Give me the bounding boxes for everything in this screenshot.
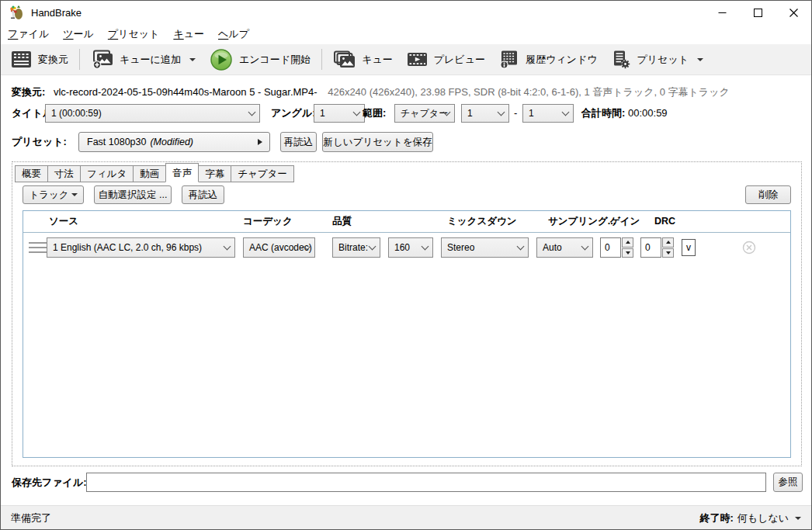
audio-track-list: ソース コーデック 品質 ミックスダウン サンプリング... ゲイン DRC 1… <box>23 210 791 458</box>
open-source-button[interactable]: 変換元 <box>4 48 75 71</box>
range-type-select[interactable]: チャプター <box>394 104 455 123</box>
toolbar-separator <box>321 49 322 70</box>
main-tab-panel: 概要 寸法 フィルタ 動画 音声 字幕 チャプター トラック 自動選択設定 ..… <box>12 161 802 466</box>
track-quality-mode-select[interactable]: Bitrate: <box>332 237 380 258</box>
preset-label: プリセット: <box>12 133 67 151</box>
preset-reload-button[interactable]: 再読込 <box>280 132 317 152</box>
add-to-queue-label: キューに追加 <box>120 53 181 67</box>
spinner-up-icon <box>626 241 630 244</box>
delete-track-button[interactable]: 削除 <box>745 185 791 204</box>
tab-video[interactable]: 動画 <box>133 165 166 182</box>
chevron-down-icon <box>697 58 703 61</box>
track-mixdown-select[interactable]: Stereo <box>441 237 529 258</box>
drc-up-button[interactable] <box>662 237 674 248</box>
chevron-down-icon <box>369 243 377 251</box>
chevron-down-icon <box>498 109 505 116</box>
status-bar: 準備完了 終了時: 何もしない <box>1 505 811 530</box>
drc-stepper: 0 <box>640 237 674 258</box>
add-to-queue-icon <box>91 50 113 69</box>
chevron-down-icon <box>248 109 256 116</box>
preview-button[interactable]: プレビュー <box>400 48 492 71</box>
menu-help[interactable]: ヘルプ <box>211 27 256 41</box>
activity-log-label: 履歴ウィンドウ <box>526 53 598 67</box>
open-source-icon <box>11 50 32 68</box>
preset-name: Fast 1080p30 <box>87 137 146 147</box>
range-start-select[interactable]: 1 <box>461 104 509 123</box>
chevron-down-icon <box>224 243 231 251</box>
add-to-queue-button[interactable]: キューに追加 <box>84 47 203 71</box>
column-codec: コーデック <box>243 211 293 232</box>
gain-value[interactable]: 0 <box>600 237 621 258</box>
tab-filters[interactable]: フィルタ <box>80 165 134 182</box>
title-select[interactable]: 1 (00:00:59) <box>45 104 260 123</box>
audio-track-row: 1 English (AAC LC, 2.0 ch, 96 kbps) AAC … <box>23 233 790 264</box>
destination-label: 保存先ファイル: <box>12 473 87 492</box>
maximize-button[interactable] <box>740 1 776 24</box>
track-menu-button[interactable]: トラック <box>23 185 84 204</box>
maximize-icon <box>754 9 762 17</box>
queue-button[interactable]: キュー <box>326 48 400 71</box>
column-samplerate: サンプリング... <box>548 211 616 232</box>
minimize-button[interactable] <box>704 1 740 24</box>
menu-presets[interactable]: プリセット <box>101 27 167 41</box>
range-label: 範囲: <box>363 104 386 123</box>
chevron-right-icon <box>258 139 262 145</box>
queue-icon <box>333 50 356 69</box>
browse-button[interactable]: 参照 <box>773 473 803 492</box>
preset-dropdown[interactable]: Fast 1080p30 (Modified) <box>78 132 270 152</box>
tab-dimensions[interactable]: 寸法 <box>47 165 81 182</box>
open-source-label: 変換元 <box>38 53 68 67</box>
chevron-down-icon <box>71 193 78 196</box>
track-codec-select[interactable]: AAC (avcodec) <box>243 237 315 258</box>
tab-subtitles[interactable]: 字幕 <box>198 165 231 182</box>
gain-up-button[interactable] <box>622 237 633 248</box>
tab-audio[interactable]: 音声 <box>165 163 199 182</box>
chevron-down-icon <box>189 58 196 61</box>
start-encode-play-icon <box>210 48 233 71</box>
tab-strip: 概要 寸法 フィルタ 動画 音声 字幕 チャプター <box>15 163 294 182</box>
tab-chapters[interactable]: チャプター <box>231 165 294 182</box>
track-bitrate-select[interactable]: 160 <box>388 237 433 258</box>
when-done-label: 終了時: <box>699 511 733 525</box>
chevron-down-icon <box>517 243 525 251</box>
start-encode-label: エンコード開始 <box>239 53 311 67</box>
drc-value[interactable]: 0 <box>640 237 661 258</box>
minimize-icon <box>718 9 727 17</box>
tab-summary[interactable]: 概要 <box>15 165 48 182</box>
queue-label: キュー <box>362 53 393 67</box>
menu-tools[interactable]: ツール <box>56 27 101 41</box>
audio-reload-button[interactable]: 再読込 <box>182 185 224 204</box>
remove-track-icon[interactable] <box>742 241 756 255</box>
activity-log-icon <box>499 50 519 69</box>
chevron-down-icon <box>353 109 361 116</box>
window-title: HandBrake <box>31 7 82 19</box>
track-samplerate-select[interactable]: Auto <box>536 237 593 258</box>
spinner-down-icon <box>626 251 630 255</box>
gain-down-button[interactable] <box>622 248 633 258</box>
destination-input[interactable] <box>86 473 766 492</box>
track-source-select[interactable]: 1 English (AAC LC, 2.0 ch, 96 kbps) <box>47 237 235 258</box>
when-done-control[interactable]: 終了時: 何もしない <box>699 511 801 525</box>
passthru-checkbox[interactable]: v <box>682 239 696 256</box>
activity-log-button[interactable]: 履歴ウィンドウ <box>492 47 605 71</box>
save-new-preset-button[interactable]: 新しいプリセットを保存 <box>322 132 433 152</box>
column-source: ソース <box>49 211 78 232</box>
range-end-select[interactable]: 1 <box>522 104 574 123</box>
menu-file[interactable]: ファイル <box>1 27 56 41</box>
start-encode-button[interactable]: エンコード開始 <box>203 46 318 74</box>
preset-modified-flag: (Modified) <box>150 137 193 147</box>
title-bar: HandBrake <box>1 1 811 24</box>
angle-select[interactable]: 1 <box>314 104 365 123</box>
presets-label: プリセット <box>637 53 689 67</box>
presets-icon <box>612 50 631 69</box>
column-mixdown: ミックスダウン <box>447 211 517 232</box>
source-label: 変換元: <box>12 86 45 98</box>
spinner-down-icon <box>666 251 671 255</box>
close-button[interactable] <box>776 1 811 24</box>
gain-stepper: 0 <box>600 237 633 258</box>
menu-queue[interactable]: キュー <box>166 27 211 41</box>
presets-button[interactable]: プリセット <box>605 47 711 71</box>
auto-select-settings-button[interactable]: 自動選択設定 ... <box>94 185 172 204</box>
drc-down-button[interactable] <box>662 248 674 258</box>
toolbar: 変換元 キューに追加 <box>1 44 811 75</box>
